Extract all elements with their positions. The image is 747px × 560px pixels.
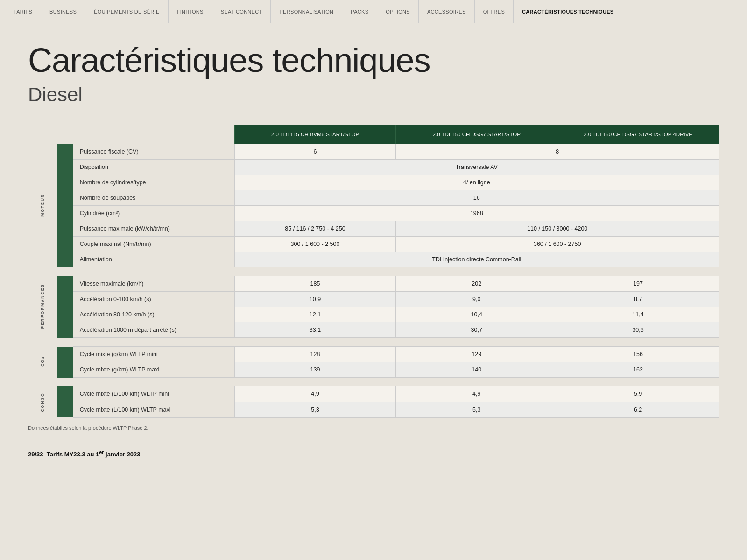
row-value-col3: 8,7: [557, 292, 719, 307]
nav-tarifs[interactable]: TARIFS: [5, 0, 41, 23]
table-row: Nombre de cylindres/type4/ en ligne: [28, 175, 719, 190]
row-label: Alimentation: [73, 252, 234, 267]
row-value-span: Transversale AV: [234, 160, 719, 175]
row-label: Cycle mixte (L/100 km) WLTP maxi: [73, 402, 234, 417]
row-label: Couple maximal (Nm/tr/mn): [73, 237, 234, 252]
section-label-conso: CONSO.: [40, 391, 45, 412]
row-value-col2: 202: [396, 276, 557, 292]
table-row: CONSO. Cycle mixte (L/100 km) WLTP mini4…: [28, 386, 719, 402]
section-label-moteur: MOTEUR: [40, 194, 45, 217]
row-value-span: 16: [234, 190, 719, 206]
row-value-col1: 300 / 1 600 - 2 500: [234, 237, 396, 252]
row-label: Cylindrée (cm³): [73, 206, 234, 221]
page-title: Caractéristiques techniques: [28, 42, 719, 79]
row-value-col1: 85 / 116 / 2 750 - 4 250: [234, 221, 396, 237]
nav-personnalisation[interactable]: PERSONNALISATION: [271, 0, 342, 23]
nav-equipements[interactable]: ÉQUIPEMENTS DE SÉRIE: [85, 0, 168, 23]
table-row: Nombre de soupapes16: [28, 190, 719, 206]
divider-row: [28, 378, 719, 386]
row-value-span: 4/ en ligne: [234, 175, 719, 190]
row-value-col1: 4,9: [234, 386, 396, 402]
table-row: Puissance maximale (kW/ch/tr/mn)85 / 116…: [28, 221, 719, 237]
col-header-1: 2.0 TDI 115 CH BVM6 START/STOP: [234, 125, 396, 144]
row-value-col3: 5,9: [557, 386, 719, 402]
row-label: Nombre de cylindres/type: [73, 175, 234, 190]
col-header-2: 2.0 TDI 150 CH DSG7 START/STOP: [396, 125, 557, 144]
row-value-span: TDI Injection directe Common-Rail: [234, 252, 719, 267]
row-value-col2: 129: [396, 347, 557, 362]
row-label: Accélération 80-120 km/h (s): [73, 307, 234, 322]
nav-options[interactable]: OPTIONS: [377, 0, 419, 23]
spec-table: 2.0 TDI 115 CH BVM6 START/STOP 2.0 TDI 1…: [28, 125, 719, 418]
table-row: CO₂ Cycle mixte (g/km) WLTP mini12812915…: [28, 347, 719, 362]
divider-row: [28, 267, 719, 276]
row-value-col2: 140: [396, 362, 557, 378]
nav-seat-connect[interactable]: SEAT CONNECT: [212, 0, 271, 23]
footer-note: Données établies selon la procédure WLTP…: [28, 425, 719, 431]
table-row: Cycle mixte (g/km) WLTP maxi139140162: [28, 362, 719, 378]
table-row: Accélération 80-120 km/h (s)12,110,411,4: [28, 307, 719, 322]
row-label: Cycle mixte (L/100 km) WLTP mini: [73, 386, 234, 402]
row-label: Nombre de soupapes: [73, 190, 234, 206]
row-label: Accélération 1000 m départ arrêté (s): [73, 322, 234, 338]
page-subtitle: Diesel: [28, 84, 719, 106]
table-row: Cycle mixte (L/100 km) WLTP maxi5,35,36,…: [28, 402, 719, 417]
row-value-col1: 5,3: [234, 402, 396, 417]
row-value-col3: 197: [557, 276, 719, 292]
row-value-col3: 156: [557, 347, 719, 362]
row-label: Vitesse maximale (km/h): [73, 276, 234, 292]
nav-offres[interactable]: OFFRES: [475, 0, 514, 23]
row-value-col2: 5,3: [396, 402, 557, 417]
row-value-col3: 11,4: [557, 307, 719, 322]
table-row: PERFORMANCES Vitesse maximale (km/h)1852…: [28, 276, 719, 292]
row-value-col2: 10,4: [396, 307, 557, 322]
row-label: Disposition: [73, 160, 234, 175]
row-value-col1: 128: [234, 347, 396, 362]
row-value-col23: 360 / 1 600 - 2750: [396, 237, 719, 252]
row-value-col1: 33,1: [234, 322, 396, 338]
table-row: Cylindrée (cm³)1968: [28, 206, 719, 221]
row-value-col3: 30,6: [557, 322, 719, 338]
row-label: Puissance maximale (kW/ch/tr/mn): [73, 221, 234, 237]
row-label: Puissance fiscale (CV): [73, 144, 234, 160]
nav-finitions[interactable]: FINITIONS: [169, 0, 212, 23]
row-value-col1: 139: [234, 362, 396, 378]
row-value-col23: 110 / 150 / 3000 - 4200: [396, 221, 719, 237]
nav-packs[interactable]: PACKS: [342, 0, 377, 23]
footer-pagination: 29/33 Tarifs MY23.3 au 1er janvier 2023: [28, 449, 719, 458]
table-row: Accélération 1000 m départ arrêté (s)33,…: [28, 322, 719, 338]
row-value-span: 1968: [234, 206, 719, 221]
table-row: Accélération 0-100 km/h (s)10,99,08,7: [28, 292, 719, 307]
row-label: Cycle mixte (g/km) WLTP mini: [73, 347, 234, 362]
table-row: AlimentationTDI Injection directe Common…: [28, 252, 719, 267]
row-value-col3: 162: [557, 362, 719, 378]
page-content: Caractéristiques techniques Diesel 2.0 T…: [0, 23, 747, 486]
row-value-col3: 6,2: [557, 402, 719, 417]
row-value-col2: 4,9: [396, 386, 557, 402]
col-header-3: 2.0 TDI 150 CH DSG7 START/STOP 4DRIVE: [557, 125, 719, 144]
table-row: Couple maximal (Nm/tr/mn)300 / 1 600 - 2…: [28, 237, 719, 252]
top-navigation: TARIFS BUSINESS ÉQUIPEMENTS DE SÉRIE FIN…: [0, 0, 747, 23]
row-value-col2: 9,0: [396, 292, 557, 307]
table-row: MOTEUR Puissance fiscale (CV)68: [28, 144, 719, 160]
nav-accessoires[interactable]: ACCESSOIRES: [419, 0, 475, 23]
row-label: Cycle mixte (g/km) WLTP maxi: [73, 362, 234, 378]
nav-caracteristiques[interactable]: CARACTÉRISTIQUES TECHNIQUES: [514, 0, 622, 23]
row-value-col23: 8: [396, 144, 719, 160]
divider-row: [28, 338, 719, 347]
row-value-col1: 12,1: [234, 307, 396, 322]
section-label-co2: CO₂: [40, 356, 45, 367]
row-value-col1: 10,9: [234, 292, 396, 307]
row-value-col1: 6: [234, 144, 396, 160]
row-value-col1: 185: [234, 276, 396, 292]
nav-business[interactable]: BUSINESS: [41, 0, 85, 23]
row-label: Accélération 0-100 km/h (s): [73, 292, 234, 307]
section-label-performances: PERFORMANCES: [40, 284, 45, 329]
row-value-col2: 30,7: [396, 322, 557, 338]
table-row: DispositionTransversale AV: [28, 160, 719, 175]
